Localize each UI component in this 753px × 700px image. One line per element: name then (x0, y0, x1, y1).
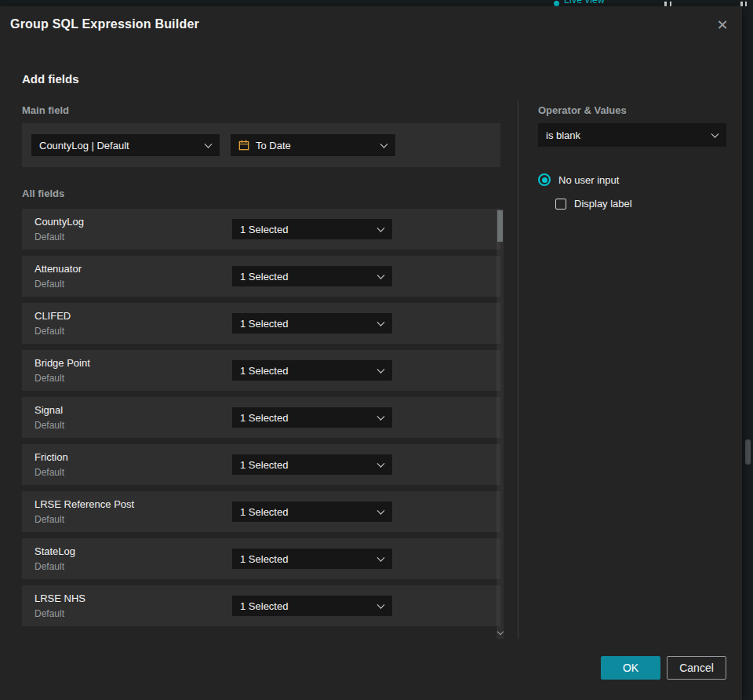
chevron-down-icon (205, 140, 213, 148)
field-row: LRSE NHS Default 1 Selected (22, 585, 500, 626)
field-selected-dropdown-label: 1 Selected (240, 412, 288, 424)
field-selected-dropdown-label: 1 Selected (240, 224, 288, 235)
window-controls-icon (740, 0, 749, 6)
chevron-down-icon (377, 413, 385, 421)
field-name: LRSE Reference Post (35, 498, 134, 510)
field-selected-dropdown-label: 1 Selected (240, 506, 288, 518)
no-user-input-label: No user input (558, 174, 619, 186)
column-divider (518, 100, 518, 639)
add-fields-heading: Add fields (22, 72, 79, 86)
chevron-down-icon (377, 272, 385, 279)
field-subtitle: Default (35, 232, 64, 242)
scrollbar-thumb[interactable] (497, 210, 503, 242)
chevron-down-icon (377, 507, 385, 515)
list-scrollbar[interactable] (497, 209, 504, 639)
chevron-down-icon (380, 140, 388, 148)
dialog-title: Group SQL Expression Builder (10, 17, 199, 31)
main-field-label: Main field (22, 104, 69, 116)
field-subtitle: Default (35, 279, 64, 290)
field-selected-dropdown-label: 1 Selected (240, 365, 288, 377)
field-name: CLIFED (35, 310, 71, 322)
calendar-icon (238, 140, 249, 151)
field-name: CountyLog (35, 216, 84, 228)
scroll-down-icon[interactable] (497, 629, 503, 635)
chevron-down-icon (377, 601, 385, 609)
main-field-panel: CountyLog | Default To Date (22, 123, 500, 167)
field-subtitle: Default (35, 514, 64, 525)
field-selected-dropdown[interactable]: 1 Selected (232, 549, 392, 569)
all-fields-list: CountyLog Default 1 Selected Attenuator … (22, 209, 500, 626)
field-row: Bridge Point Default 1 Selected (22, 350, 500, 391)
field-row: LRSE Reference Post Default 1 Selected (22, 491, 500, 532)
field-selected-dropdown-label: 1 Selected (240, 459, 288, 471)
main-field-dropdown[interactable]: CountyLog | Default (31, 134, 220, 156)
radio-selected-icon (538, 173, 551, 186)
operator-dropdown[interactable]: is blank (538, 123, 726, 147)
field-row: Friction Default 1 Selected (22, 444, 500, 485)
field-selected-dropdown-label: 1 Selected (240, 553, 288, 565)
app-scrollbar-thumb (745, 439, 751, 465)
live-view-dot-icon (554, 1, 559, 6)
screen: Live view Group SQL Expression Builder A… (0, 0, 753, 700)
field-name: Signal (35, 404, 63, 416)
field-selected-dropdown[interactable]: 1 Selected (232, 454, 392, 475)
operator-values-label: Operator & Values (538, 104, 627, 116)
field-subtitle: Default (35, 326, 64, 337)
live-view-label: Live view (564, 0, 605, 5)
main-field-dropdown-value: CountyLog | Default (39, 140, 129, 151)
all-fields-label: All fields (22, 188, 64, 199)
field-subtitle: Default (35, 420, 64, 431)
field-selected-dropdown[interactable]: 1 Selected (232, 219, 392, 239)
operator-dropdown-value: is blank (546, 129, 580, 141)
field-subtitle: Default (35, 467, 64, 478)
field-subtitle: Default (35, 373, 64, 384)
display-label-label: Display label (574, 198, 632, 210)
field-selected-dropdown[interactable]: 1 Selected (232, 313, 392, 334)
field-row: CLIFED Default 1 Selected (22, 303, 500, 344)
group-sql-expression-builder-dialog: Group SQL Expression Builder Add fields … (0, 6, 742, 700)
date-field-dropdown-value: To Date (256, 140, 291, 151)
field-selected-dropdown-label: 1 Selected (240, 318, 288, 330)
display-label-checkbox[interactable]: Display label (555, 198, 632, 210)
date-field-dropdown[interactable]: To Date (231, 134, 395, 156)
field-subtitle: Default (35, 608, 64, 619)
chevron-down-icon (377, 554, 385, 562)
chevron-down-icon (377, 224, 385, 232)
field-selected-dropdown[interactable]: 1 Selected (232, 407, 392, 428)
field-name: LRSE NHS (35, 592, 85, 604)
field-row: Signal Default 1 Selected (22, 397, 500, 438)
field-name: Attenuator (35, 263, 82, 275)
field-selected-dropdown[interactable]: 1 Selected (232, 501, 392, 522)
field-selected-dropdown-label: 1 Selected (240, 600, 288, 612)
field-selected-dropdown-label: 1 Selected (240, 271, 288, 283)
field-subtitle: Default (35, 561, 64, 572)
cancel-button[interactable]: Cancel (667, 656, 726, 680)
chevron-down-icon (377, 366, 385, 374)
checkbox-unchecked-icon (555, 199, 566, 210)
field-name: Friction (35, 451, 68, 463)
field-name: StateLog (35, 545, 75, 557)
field-selected-dropdown[interactable]: 1 Selected (232, 596, 392, 616)
field-row: Attenuator Default 1 Selected (22, 256, 500, 297)
field-selected-dropdown[interactable]: 1 Selected (232, 360, 392, 381)
chevron-down-icon (377, 319, 385, 326)
chevron-down-icon (711, 130, 719, 138)
field-selected-dropdown[interactable]: 1 Selected (232, 266, 392, 286)
field-row: StateLog Default 1 Selected (22, 538, 500, 579)
field-row: CountyLog Default 1 Selected (22, 209, 500, 250)
pause-icon (664, 0, 675, 6)
close-icon[interactable] (713, 16, 732, 35)
no-user-input-radio[interactable]: No user input (538, 173, 619, 186)
ok-button[interactable]: OK (601, 656, 660, 680)
app-top-strip: Live view (0, 0, 753, 6)
chevron-down-icon (377, 460, 385, 468)
field-name: Bridge Point (35, 357, 90, 369)
